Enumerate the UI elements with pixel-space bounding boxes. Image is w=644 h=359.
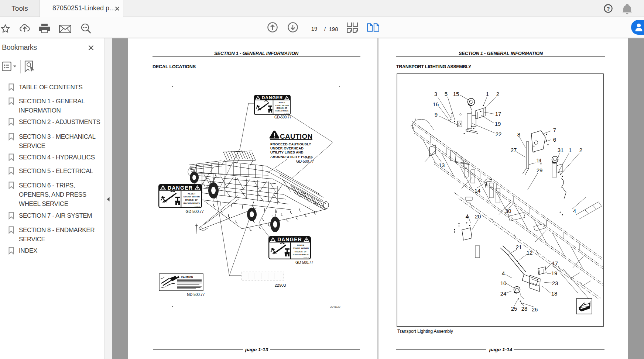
svg-text:8: 8 xyxy=(517,131,520,138)
svg-text:TRANSPORT LIGHTING ASSEMBLY: TRANSPORT LIGHTING ASSEMBLY xyxy=(396,64,472,69)
svg-text:4: 4 xyxy=(573,208,576,214)
svg-text:7: 7 xyxy=(553,127,556,133)
svg-text:2045120: 2045120 xyxy=(330,306,340,308)
svg-text:20: 20 xyxy=(475,213,481,220)
svg-text:15: 15 xyxy=(453,91,459,97)
svg-text:CAUTION: CAUTION xyxy=(181,276,193,279)
svg-text:23: 23 xyxy=(552,280,558,286)
svg-text:2: 2 xyxy=(496,91,499,97)
svg-text:SECTION 1 - GENERAL INFORMATIO: SECTION 1 - GENERAL INFORMATION xyxy=(214,51,299,56)
svg-text:GD-500.77: GD-500.77 xyxy=(274,115,292,119)
svg-text:4: 4 xyxy=(502,270,505,276)
svg-text:14: 14 xyxy=(475,187,481,194)
svg-text:GD-500.77: GD-500.77 xyxy=(185,209,204,214)
svg-text:19: 19 xyxy=(551,270,558,276)
svg-text:9: 9 xyxy=(435,111,438,118)
svg-text:PROCEED CAUTIOUSLY: PROCEED CAUTIOUSLY xyxy=(270,142,311,146)
svg-text:22: 22 xyxy=(496,131,502,137)
svg-text:UNDER OVERHEAD: UNDER OVERHEAD xyxy=(270,146,304,150)
svg-text:Transport Lighting Assembly: Transport Lighting Assembly xyxy=(397,329,453,334)
svg-text:21: 21 xyxy=(516,244,522,250)
svg-text:17: 17 xyxy=(552,260,558,266)
svg-text:16: 16 xyxy=(433,101,439,107)
svg-text:page 1-13: page 1-13 xyxy=(245,347,268,352)
svg-text:27: 27 xyxy=(511,147,517,153)
svg-text:GD-500.77: GD-500.77 xyxy=(295,260,314,265)
svg-text:1: 1 xyxy=(486,91,489,97)
svg-text:24: 24 xyxy=(500,290,507,297)
svg-text:GD-500.77: GD-500.77 xyxy=(296,159,314,163)
svg-text:19: 19 xyxy=(495,121,501,127)
svg-text:11: 11 xyxy=(536,157,542,163)
svg-text:22903: 22903 xyxy=(275,283,286,287)
svg-text:4: 4 xyxy=(466,213,469,220)
svg-text:5: 5 xyxy=(445,91,448,97)
svg-text:1: 1 xyxy=(569,147,572,153)
svg-text:29: 29 xyxy=(537,167,543,173)
svg-text:13: 13 xyxy=(439,162,445,168)
svg-text:DECAL LOCATIONS: DECAL LOCATIONS xyxy=(153,64,196,69)
svg-text:2: 2 xyxy=(579,147,582,153)
svg-text:6: 6 xyxy=(553,137,556,143)
svg-text:page 1-14: page 1-14 xyxy=(489,347,513,352)
svg-text:?: ? xyxy=(606,6,610,12)
svg-text:26: 26 xyxy=(532,306,538,313)
svg-text:30: 30 xyxy=(505,208,511,214)
svg-text:31: 31 xyxy=(558,147,564,153)
svg-text:GD-500.77: GD-500.77 xyxy=(187,293,205,297)
svg-text:25: 25 xyxy=(511,306,517,312)
svg-text:UTILITY LINES AND: UTILITY LINES AND xyxy=(270,151,304,154)
svg-text:17: 17 xyxy=(495,111,501,117)
svg-text:28: 28 xyxy=(521,306,528,312)
svg-text:CAUTION: CAUTION xyxy=(280,132,312,140)
svg-text:18: 18 xyxy=(551,290,558,297)
svg-text:12: 12 xyxy=(527,249,533,256)
svg-text:10: 10 xyxy=(500,280,507,286)
svg-text:3: 3 xyxy=(434,91,437,97)
svg-text:SECTION 1 - GENERAL INFORMATIO: SECTION 1 - GENERAL INFORMATION xyxy=(459,51,543,56)
